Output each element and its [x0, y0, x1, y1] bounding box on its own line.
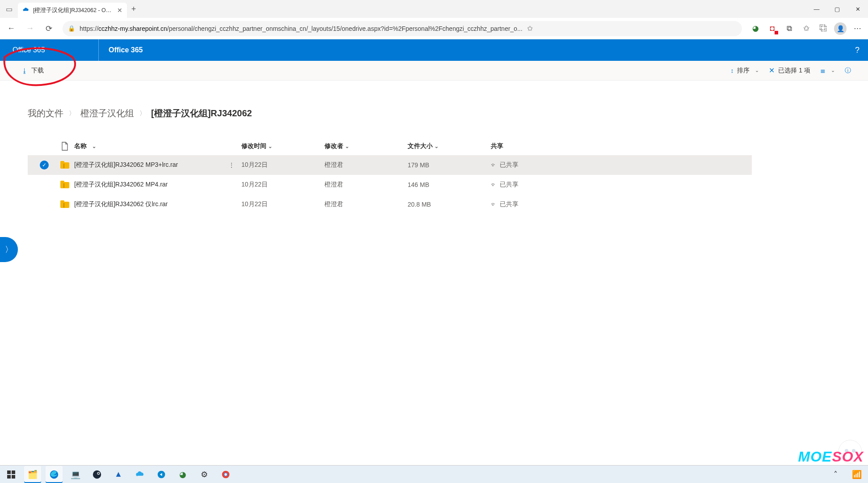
file-name[interactable]: [橙澄子汉化组]RJ342062 仅lrc.rar [74, 200, 168, 208]
file-row[interactable]: ✓[橙澄子汉化组]RJ342062 MP3+lrc.rar⋮10月22日橙澄君1… [28, 155, 752, 175]
sort-button[interactable]: ↕ 排序 ⌄ [730, 67, 759, 75]
chevron-down-icon: ⌄ [345, 144, 349, 149]
svg-rect-3 [60, 182, 69, 188]
idm-taskbar-icon[interactable]: ◕ [174, 466, 191, 483]
zip-file-icon [55, 200, 74, 208]
svg-point-23 [224, 473, 227, 475]
svg-rect-15 [12, 475, 15, 479]
header-modifier[interactable]: 修改者⌄ [324, 142, 408, 150]
file-modifier: 橙澄君 [324, 181, 408, 189]
header-name[interactable]: 名称⌄ [74, 142, 222, 150]
extensions-icon[interactable]: ⧉ [781, 21, 797, 37]
download-icon: ⭳ [21, 67, 28, 74]
laptop-icon[interactable]: 💻 [67, 466, 84, 483]
wifi-icon[interactable]: 📶 [848, 466, 865, 483]
maximize-button[interactable]: ▢ [827, 0, 847, 18]
view-options-button[interactable]: ≣ ⌄ [820, 67, 835, 74]
clear-selection-button[interactable]: ✕ 已选择 1 项 [769, 66, 810, 75]
suite-left-label[interactable]: Office 365 [0, 46, 98, 54]
header-modified[interactable]: 修改时间⌄ [241, 142, 324, 150]
close-window-button[interactable]: ✕ [847, 0, 868, 18]
file-share-status[interactable]: ᯤ已共享 [491, 200, 562, 208]
svg-rect-14 [7, 475, 11, 479]
forward-button[interactable]: → [21, 20, 38, 37]
chevron-right-icon: 〉 [69, 110, 75, 118]
help-button[interactable]: ? [847, 39, 868, 61]
chevron-down-icon: ⌄ [268, 144, 272, 149]
new-tab-button[interactable]: + [127, 4, 140, 14]
app-icon-2[interactable] [153, 466, 170, 483]
more-menu-icon[interactable]: ⋯ [849, 21, 865, 37]
info-button[interactable]: ⓘ [845, 67, 851, 75]
chrome-icon[interactable] [217, 466, 234, 483]
extensions-area: ◕ ◘ ⧉ ✩ ⿻ 👤 ⋯ [747, 21, 865, 37]
selection-label: 已选择 1 项 [778, 67, 810, 75]
steam-icon[interactable] [88, 466, 105, 483]
collections-icon[interactable]: ⿻ [815, 21, 831, 37]
svg-rect-7 [60, 200, 64, 203]
tabs-overview-icon[interactable]: ▭ [0, 0, 18, 18]
url-path: /personal/chengzi_cczhhz_partner_onmschi… [167, 25, 522, 32]
share-icon: ᯤ [491, 201, 497, 208]
file-name[interactable]: [橙澄子汉化组]RJ342062 MP4.rar [74, 181, 168, 189]
minimize-button[interactable]: — [806, 0, 827, 18]
download-label: 下载 [31, 67, 44, 75]
refresh-button[interactable]: ⟳ [40, 20, 57, 37]
url-host: cczhhz-my.sharepoint.cn [98, 25, 167, 32]
breadcrumb-current: [橙澄子汉化组]RJ342062 [151, 107, 252, 119]
file-modifier: 橙澄君 [324, 161, 408, 169]
header-size[interactable]: 文件大小⌄ [408, 142, 491, 150]
side-panel-expand-button[interactable]: 〉 [0, 237, 18, 262]
chevron-down-icon: ⌄ [831, 68, 835, 73]
breadcrumb-folder[interactable]: 橙澄子汉化组 [80, 107, 134, 119]
svg-rect-12 [7, 470, 11, 474]
file-share-status[interactable]: ᯤ已共享 [491, 161, 562, 169]
adblock-extension-icon[interactable]: ◘ [764, 21, 780, 37]
more-actions-icon[interactable]: ⋮ [228, 161, 235, 169]
favorites-icon[interactable]: ✩ [798, 21, 814, 37]
url-text: https://cczhhz-my.sharepoint.cn/personal… [80, 25, 522, 32]
back-button[interactable]: ← [3, 20, 20, 37]
suite-bar: Office 365 Office 365 ? [0, 39, 868, 61]
app-icon-3[interactable]: ⚙ [196, 466, 213, 483]
app-icon-1[interactable]: ▲ [110, 466, 127, 483]
download-button[interactable]: ⭳ 下载 [21, 67, 44, 75]
svg-rect-0 [60, 162, 69, 169]
suite-title[interactable]: Office 365 [99, 46, 143, 54]
file-row[interactable]: [橙澄子汉化组]RJ342062 MP4.rar10月22日橙澄君146 MBᯤ… [28, 175, 752, 195]
share-icon: ᯤ [491, 161, 497, 169]
file-share-status[interactable]: ᯤ已共享 [491, 181, 562, 189]
header-share[interactable]: 共享 [491, 142, 562, 150]
file-name[interactable]: [橙澄子汉化组]RJ342062 MP3+lrc.rar [74, 161, 178, 169]
tray-expand-icon[interactable]: ˄ [827, 466, 844, 483]
browser-tab[interactable]: [橙澄子汉化组]RJ342062 - OneD ✕ [18, 3, 127, 18]
address-bar[interactable]: 🔒 https://cczhhz-my.sharepoint.cn/person… [63, 21, 742, 36]
svg-rect-1 [60, 161, 64, 163]
taskbar: 🗂️ 💻 ▲ ◕ ⚙ ˄ 📶 [0, 465, 868, 483]
favorite-icon[interactable]: ✩ [527, 24, 533, 33]
checkmark-icon[interactable]: ✓ [40, 161, 49, 169]
svg-rect-6 [60, 202, 69, 208]
edge-icon[interactable] [46, 466, 63, 483]
file-row[interactable]: [橙澄子汉化组]RJ342062 仅lrc.rar10月22日橙澄君20.8 M… [28, 195, 752, 214]
svg-rect-13 [12, 470, 15, 474]
document-icon [55, 142, 74, 151]
start-button[interactable] [3, 466, 20, 483]
tab-close-icon[interactable]: ✕ [117, 7, 122, 14]
profile-avatar[interactable]: 👤 [832, 21, 848, 37]
explorer-icon[interactable]: 🗂️ [24, 466, 41, 483]
svg-rect-5 [63, 183, 64, 188]
onedrive-taskbar-icon[interactable] [131, 466, 148, 483]
svg-point-19 [98, 472, 99, 474]
breadcrumb-root[interactable]: 我的文件 [28, 107, 63, 119]
file-size: 146 MB [408, 181, 491, 188]
watermark-part2: SOX [832, 449, 864, 465]
svg-rect-8 [63, 203, 64, 208]
file-list-header: 名称⌄ 修改时间⌄ 修改者⌄ 文件大小⌄ 共享 [28, 137, 752, 155]
zip-file-icon [55, 181, 74, 189]
breadcrumb: 我的文件 〉 橙澄子汉化组 〉 [橙澄子汉化组]RJ342062 [28, 107, 752, 119]
file-size: 179 MB [408, 161, 491, 169]
content-area: 我的文件 〉 橙澄子汉化组 〉 [橙澄子汉化组]RJ342062 名称⌄ 修改时… [0, 80, 868, 214]
svg-point-17 [93, 470, 101, 478]
idm-extension-icon[interactable]: ◕ [747, 21, 763, 37]
